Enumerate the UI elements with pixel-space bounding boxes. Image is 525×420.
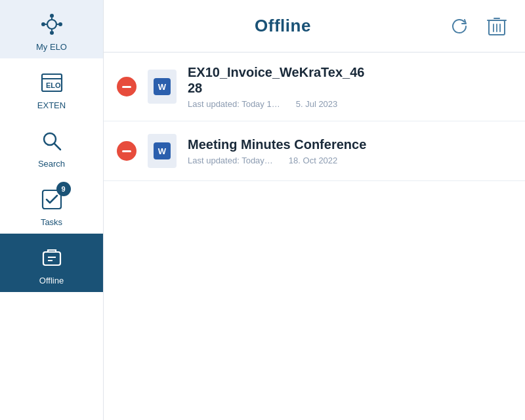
file-details-2: Meeting Minutes Conference Last updated:… [188, 136, 512, 165]
file-date-1: 5. Jul 2023 [296, 99, 338, 109]
svg-point-2 [50, 31, 54, 35]
word-icon-2: W [154, 142, 171, 159]
main-content: Offline [104, 0, 525, 420]
file-name-1: EX10_Invoice_WeKraTex_46 28 [188, 64, 512, 96]
tasks-badge: 9 [56, 182, 71, 196]
offline-icon [37, 243, 67, 273]
my-elo-icon [37, 9, 67, 39]
sidebar-item-search-label: Search [38, 159, 65, 169]
sidebar-item-offline[interactable]: Offline [0, 234, 103, 292]
file-date-2: 18. Oct 2022 [289, 156, 337, 165]
remove-file-2-button[interactable] [117, 141, 136, 161]
sidebar-item-tasks-label: Tasks [41, 217, 62, 227]
exten-icon: ELO [37, 68, 67, 98]
file-meta-2: Last updated: Today… 18. Oct 2022 [188, 156, 512, 165]
refresh-button[interactable] [446, 13, 472, 39]
sidebar-item-my-elo[interactable]: My ELO [0, 0, 103, 58]
file-item-1[interactable]: W EX10_Invoice_WeKraTex_46 28 Last updat… [104, 52, 525, 121]
file-name-2: Meeting Minutes Conference [188, 136, 512, 152]
top-bar: Offline [104, 0, 525, 52]
sidebar-item-exten-label: EXTEN [37, 100, 66, 110]
svg-point-0 [47, 20, 56, 29]
svg-point-1 [50, 14, 54, 18]
svg-text:ELO: ELO [46, 81, 61, 89]
svg-line-13 [54, 144, 60, 150]
sidebar-item-tasks[interactable]: 9 Tasks [0, 175, 103, 234]
file-item-2[interactable]: W Meeting Minutes Conference Last update… [104, 121, 525, 181]
word-icon-1: W [154, 78, 171, 95]
file-updated-1: Last updated: Today 1… [188, 99, 280, 109]
remove-file-1-button[interactable] [117, 77, 136, 96]
svg-rect-15 [43, 252, 60, 265]
sidebar-item-exten[interactable]: ELO EXTEN [0, 58, 103, 117]
file-updated-2: Last updated: Today… [188, 156, 273, 165]
svg-point-3 [41, 22, 45, 26]
file-icon-1: W [147, 69, 177, 104]
search-icon [37, 126, 67, 156]
sidebar-item-offline-label: Offline [39, 276, 64, 285]
page-title: Offline [255, 16, 311, 36]
tasks-icon: 9 [37, 184, 67, 215]
sidebar-item-search[interactable]: Search [0, 117, 103, 175]
sidebar-item-my-elo-label: My ELO [36, 42, 67, 52]
svg-point-4 [58, 22, 62, 26]
sidebar: My ELO ELO EXTEN Search 9 [0, 0, 104, 420]
file-icon-2: W [147, 133, 177, 169]
delete-button[interactable] [484, 13, 509, 39]
top-bar-actions [446, 13, 509, 39]
file-details-1: EX10_Invoice_WeKraTex_46 28 Last updated… [188, 64, 512, 109]
file-meta-1: Last updated: Today 1… 5. Jul 2023 [188, 99, 512, 109]
file-list: W EX10_Invoice_WeKraTex_46 28 Last updat… [104, 52, 525, 420]
